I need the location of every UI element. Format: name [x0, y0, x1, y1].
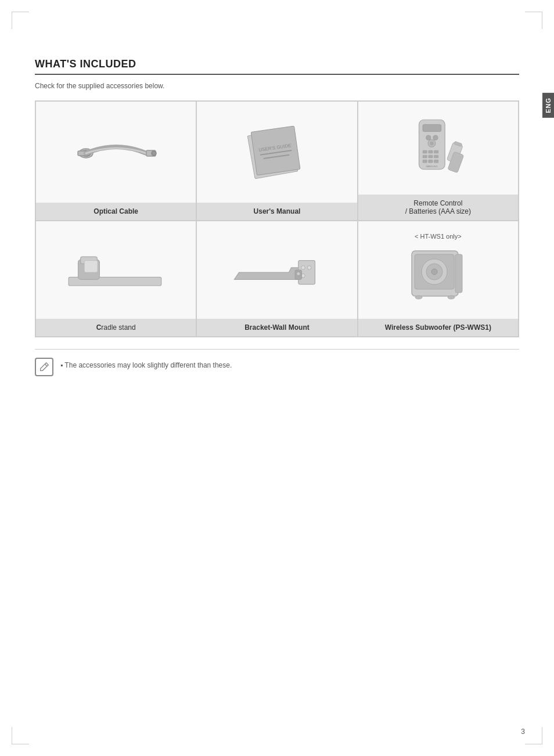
optical-cable-icon — [70, 123, 163, 181]
svg-rect-17 — [429, 150, 433, 153]
svg-point-13 — [433, 135, 438, 140]
svg-rect-32 — [84, 261, 98, 272]
wireless-subwoofer-icon — [406, 243, 470, 307]
cradle-stand-icon — [64, 241, 168, 299]
bracket-wall-mount-icon — [225, 244, 329, 296]
cradle-stand-image — [36, 221, 196, 319]
svg-rect-21 — [434, 155, 438, 158]
svg-rect-40 — [455, 254, 462, 293]
ht-ws1-label: < HT-WS1 only> — [415, 233, 462, 240]
svg-point-35 — [307, 266, 311, 270]
remote-control-image: SAMSUNG — [358, 102, 518, 195]
optical-cable-image — [36, 102, 196, 203]
users-manual-image: USER'S GUIDE — [197, 102, 357, 203]
language-tab: ENG — [542, 93, 554, 118]
main-content: WHAT'S INCLUDED Check for the supplied a… — [35, 58, 519, 376]
accessory-wireless-subwoofer: < HT-WS1 only> — [358, 221, 519, 337]
corner-mark-br — [525, 727, 542, 744]
svg-point-46 — [448, 296, 455, 299]
svg-rect-16 — [423, 150, 427, 153]
bracket-wall-mount-image — [197, 221, 357, 319]
section-title: WHAT'S INCLUDED — [35, 58, 519, 75]
accessory-optical-cable: Optical Cable — [35, 101, 196, 221]
accessory-cradle-stand: Cradle stand — [35, 221, 196, 337]
users-manual-label: User's Manual — [197, 203, 357, 220]
accessory-users-manual: USER'S GUIDE User's Manual — [196, 101, 357, 221]
corner-mark-tr — [525, 12, 542, 29]
accessory-bracket-wall-mount: Bracket-Wall Mount — [196, 221, 357, 337]
svg-point-44 — [431, 269, 437, 275]
svg-rect-19 — [423, 155, 427, 158]
wireless-subwoofer-label: Wireless Subwoofer (PS-WWS1) — [358, 319, 518, 336]
corner-mark-bl — [12, 727, 29, 744]
remote-control-label: Remote Control / Batteries (AAA size) — [358, 195, 518, 220]
note-icon — [35, 358, 53, 376]
wireless-subwoofer-image: < HT-WS1 only> — [358, 221, 518, 319]
corner-mark-tl — [12, 12, 29, 29]
remote-control-icon: SAMSUNG — [400, 113, 476, 183]
svg-point-45 — [415, 296, 422, 299]
cradle-stand-label: Cradle stand — [36, 319, 196, 336]
section-subtitle: Check for the supplied accessories below… — [35, 82, 519, 90]
svg-point-4 — [152, 151, 156, 156]
pencil-icon — [39, 362, 49, 372]
users-manual-icon: USER'S GUIDE — [242, 120, 312, 184]
svg-rect-11 — [423, 124, 441, 131]
optical-cable-label: Optical Cable — [36, 203, 196, 220]
svg-point-38 — [297, 272, 301, 276]
page-number: 3 — [521, 728, 525, 736]
svg-rect-22 — [423, 160, 427, 163]
svg-text:SAMSUNG: SAMSUNG — [426, 165, 438, 168]
svg-point-15 — [430, 142, 434, 146]
note-text: ▪ The accessories may look slightly diff… — [60, 358, 232, 369]
bracket-wall-mount-label: Bracket-Wall Mount — [197, 319, 357, 336]
svg-point-12 — [426, 135, 431, 140]
svg-rect-18 — [434, 150, 438, 153]
svg-rect-24 — [434, 160, 438, 163]
note-section: ▪ The accessories may look slightly diff… — [35, 349, 519, 376]
svg-point-34 — [301, 266, 305, 270]
accessories-grid: Optical Cable USER'S GUIDE — [35, 100, 519, 337]
accessory-remote-control: SAMSUNG Remote Control / Batteries (AAA … — [358, 101, 519, 221]
svg-rect-23 — [429, 160, 433, 163]
svg-rect-20 — [429, 155, 433, 158]
